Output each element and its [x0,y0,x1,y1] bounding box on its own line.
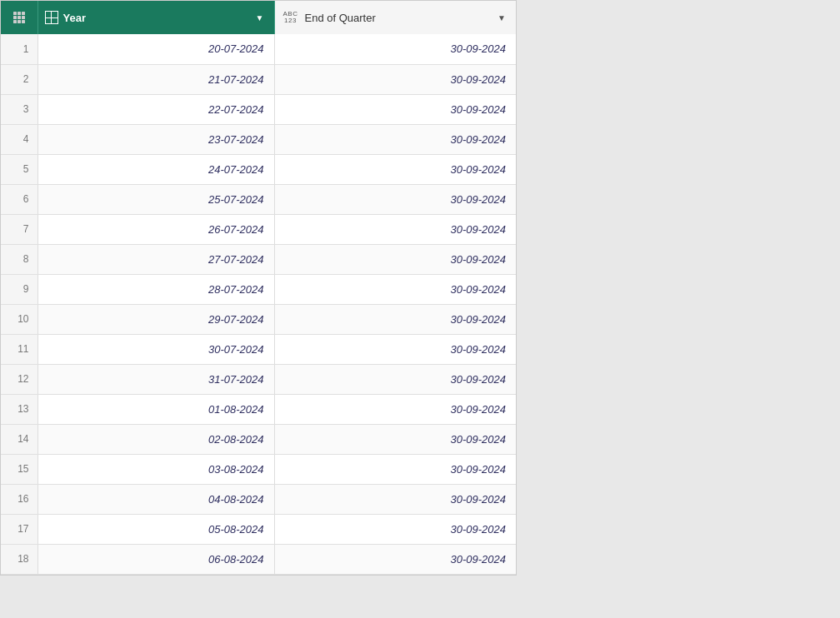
year-cell: 25-07-2024 [38,184,274,214]
year-cell: 05-08-2024 [38,514,274,544]
year-column-label: Year [63,12,86,24]
year-cell: 27-07-2024 [38,244,274,274]
end-of-quarter-column-label: End of Quarter [305,12,376,24]
table-row: 1231-07-202430-09-2024 [1,364,516,394]
end-of-quarter-cell: 30-09-2024 [274,244,516,274]
end-of-quarter-cell: 30-09-2024 [274,454,516,484]
year-cell: 29-07-2024 [38,304,274,334]
row-number: 18 [1,544,38,574]
table-row: 1604-08-202430-09-2024 [1,484,516,514]
grid-dots-icon [13,12,25,23]
row-number: 15 [1,454,38,484]
year-cell: 02-08-2024 [38,424,274,454]
abc-123-icon: ABC 123 [282,9,300,26]
row-number: 16 [1,484,38,514]
end-of-quarter-cell: 30-09-2024 [274,364,516,394]
end-of-quarter-cell: 30-09-2024 [274,154,516,184]
end-of-quarter-cell: 30-09-2024 [274,424,516,454]
end-of-quarter-cell: 30-09-2024 [274,394,516,424]
end-of-quarter-cell: 30-09-2024 [274,214,516,244]
year-cell: 26-07-2024 [38,214,274,244]
row-number: 1 [1,34,38,64]
data-table: Year ▼ ABC 123 End of [1,1,516,575]
year-cell: 03-08-2024 [38,454,274,484]
table-row: 120-07-202430-09-2024 [1,34,516,64]
table-row: 423-07-202430-09-2024 [1,124,516,154]
year-column-dropdown[interactable]: ▼ [252,12,268,24]
row-number: 13 [1,394,38,424]
table-row: 1503-08-202430-09-2024 [1,454,516,484]
table-row: 221-07-202430-09-2024 [1,64,516,94]
year-cell: 24-07-2024 [38,154,274,184]
row-number: 10 [1,304,38,334]
year-column-header: Year ▼ [38,1,274,34]
row-number: 6 [1,184,38,214]
table-row: 1806-08-202430-09-2024 [1,544,516,574]
row-number: 4 [1,124,38,154]
year-cell: 28-07-2024 [38,274,274,304]
year-cell: 04-08-2024 [38,484,274,514]
main-table-container: Year ▼ ABC 123 End of [0,0,517,576]
end-of-quarter-cell: 30-09-2024 [274,184,516,214]
end-of-quarter-cell: 30-09-2024 [274,274,516,304]
corner-grid-icon [4,12,34,23]
table-row: 524-07-202430-09-2024 [1,154,516,184]
end-of-quarter-cell: 30-09-2024 [274,94,516,124]
row-number: 7 [1,214,38,244]
year-cell: 20-07-2024 [38,34,274,64]
table-row: 928-07-202430-09-2024 [1,274,516,304]
row-number: 8 [1,244,38,274]
row-number: 2 [1,64,38,94]
end-of-quarter-cell: 30-09-2024 [274,334,516,364]
row-number: 11 [1,334,38,364]
table-row: 1130-07-202430-09-2024 [1,334,516,364]
year-cell: 30-07-2024 [38,334,274,364]
year-cell: 31-07-2024 [38,364,274,394]
year-cell: 01-08-2024 [38,394,274,424]
end-of-quarter-cell: 30-09-2024 [274,124,516,154]
end-of-quarter-cell: 30-09-2024 [274,304,516,334]
table-row: 827-07-202430-09-2024 [1,244,516,274]
year-cell: 21-07-2024 [38,64,274,94]
year-cell: 22-07-2024 [38,94,274,124]
end-of-quarter-cell: 30-09-2024 [274,64,516,94]
row-number: 5 [1,154,38,184]
end-of-quarter-cell: 30-09-2024 [274,514,516,544]
end-of-quarter-cell: 30-09-2024 [274,34,516,64]
table-row: 322-07-202430-09-2024 [1,94,516,124]
table-row: 1029-07-202430-09-2024 [1,304,516,334]
year-cell: 06-08-2024 [38,544,274,574]
corner-header-cell [1,1,38,34]
table-body: 120-07-202430-09-2024221-07-202430-09-20… [1,34,516,574]
row-number: 12 [1,364,38,394]
table-row: 1402-08-202430-09-2024 [1,424,516,454]
end-of-quarter-cell: 30-09-2024 [274,544,516,574]
row-number: 14 [1,424,38,454]
row-number: 3 [1,94,38,124]
row-number: 9 [1,274,38,304]
end-of-quarter-column-dropdown[interactable]: ▼ [494,12,509,24]
end-of-quarter-column-header: ABC 123 End of Quarter ▼ [274,1,516,34]
row-number: 17 [1,514,38,544]
table-row: 726-07-202430-09-2024 [1,214,516,244]
year-cell: 23-07-2024 [38,124,274,154]
table-icon [45,11,58,24]
table-wrapper: Year ▼ ABC 123 End of [0,0,517,576]
end-of-quarter-cell: 30-09-2024 [274,484,516,514]
table-row: 1301-08-202430-09-2024 [1,394,516,424]
table-row: 625-07-202430-09-2024 [1,184,516,214]
table-row: 1705-08-202430-09-2024 [1,514,516,544]
